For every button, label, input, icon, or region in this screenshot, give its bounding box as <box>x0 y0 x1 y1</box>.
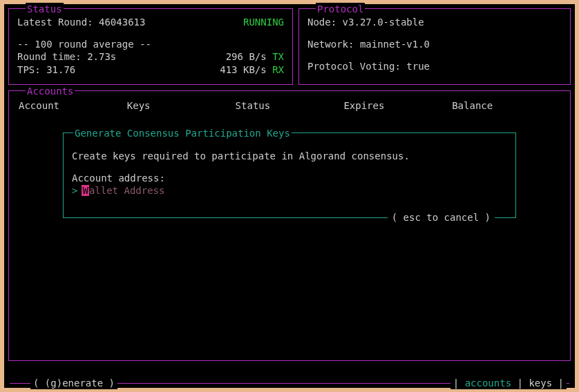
node-value: v3.27.0-stable <box>343 17 424 28</box>
protocol-panel: Protocol Node: v3.27.0-stable Network: m… <box>298 8 571 85</box>
spacer <box>307 50 562 60</box>
tps-row: TPS: 31.76 413 KB/s RX <box>17 63 284 76</box>
col-balance: Balance <box>452 99 560 112</box>
sep: | <box>558 378 564 389</box>
voting-label: Protocol Voting: <box>307 61 401 72</box>
accounts-title: Accounts <box>26 85 75 97</box>
col-status: Status <box>236 99 344 112</box>
latest-round-value: 46043613 <box>99 17 145 28</box>
modal-description: Create keys required to participate in A… <box>72 150 507 162</box>
cursor-char: W <box>82 185 88 196</box>
latest-round: Latest Round: 46043613 <box>17 16 145 28</box>
node-label: Node: <box>307 17 336 28</box>
tps: TPS: 31.76 <box>17 63 75 76</box>
network-value: mainnet-v1.0 <box>360 39 430 50</box>
cancel-hint[interactable]: ( esc to cancel ) <box>388 211 495 224</box>
spacer <box>72 162 507 172</box>
voting-row: Protocol Voting: true <box>307 60 562 72</box>
round-time-row: Round time: 2.73s 296 B/s TX <box>17 50 284 63</box>
modal-title: Generate Consensus Participation Keys <box>73 127 292 139</box>
voting-value: true <box>406 61 430 72</box>
status-title: Status <box>26 3 64 15</box>
network-label: Network: <box>307 39 354 50</box>
rx-label: RX <box>272 64 284 75</box>
col-account: Account <box>19 99 127 112</box>
tab-keys[interactable]: keys <box>529 378 552 389</box>
round-time-label: Round time: <box>17 51 82 62</box>
sep: | <box>518 378 523 389</box>
generate-hint[interactable]: ( (g)enerate ) <box>30 377 117 389</box>
round-time: Round time: 2.73s <box>17 50 116 63</box>
top-row: Status Latest Round: 46043613 RUNNING --… <box>8 8 571 85</box>
accounts-panel: Accounts Account Keys Status Expires Bal… <box>8 90 571 361</box>
placeholder-rest: allet Address <box>89 185 165 196</box>
latest-round-label: Latest Round: <box>17 17 93 28</box>
status-latest-row: Latest Round: 46043613 RUNNING <box>17 16 284 28</box>
network-row: Network: mainnet-v1.0 <box>307 38 562 50</box>
tx-rate: 296 B/s <box>226 51 267 62</box>
address-input[interactable]: Wallet Address <box>82 184 164 197</box>
tab-accounts[interactable]: accounts <box>465 378 511 389</box>
sep: | <box>453 378 459 389</box>
avg-header: -- 100 round average -- <box>17 38 284 50</box>
footer-bar: ( (g)enerate ) | accounts | keys | <box>10 383 569 384</box>
col-expires: Expires <box>343 99 452 112</box>
protocol-title: Protocol <box>316 3 365 15</box>
tx-label: TX <box>272 51 284 62</box>
field-label: Account address: <box>72 172 507 184</box>
rx-rate: 413 KB/s <box>220 64 266 75</box>
node-row: Node: v3.27.0-stable <box>307 16 562 28</box>
spacer <box>17 28 284 38</box>
tps-value: 31.76 <box>46 64 75 75</box>
status-panel: Status Latest Round: 46043613 RUNNING --… <box>8 8 293 85</box>
terminal-window: Status Latest Round: 46043613 RUNNING --… <box>4 4 575 388</box>
col-keys: Keys <box>127 99 236 112</box>
tps-label: TPS: <box>17 64 41 75</box>
tx-rate-group: 296 B/s TX <box>226 50 284 63</box>
rx-rate-group: 413 KB/s RX <box>220 63 284 76</box>
address-input-line[interactable]: > Wallet Address <box>72 184 507 197</box>
round-time-value: 2.73s <box>87 51 116 62</box>
generate-keys-modal: Generate Consensus Participation Keys Cr… <box>63 133 516 219</box>
accounts-headers: Account Keys Status Expires Balance <box>17 98 562 116</box>
prompt-symbol: > <box>72 184 77 197</box>
status-state: RUNNING <box>243 16 284 28</box>
spacer <box>307 28 562 38</box>
footer-tabs: | accounts | keys | <box>450 377 567 389</box>
